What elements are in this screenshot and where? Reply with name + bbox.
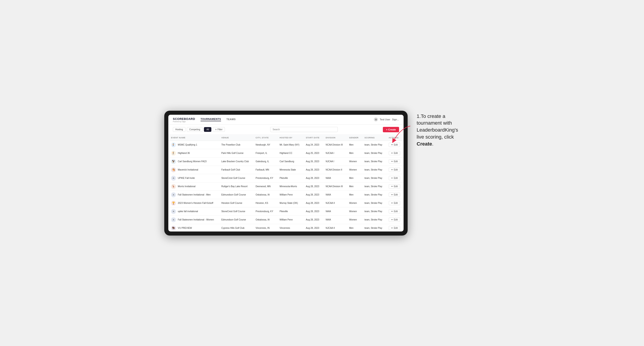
cell-start-date: Aug 28, 2023 xyxy=(303,190,323,199)
edit-label: Edit xyxy=(394,193,398,196)
cell-actions: ✏ Edit xyxy=(386,207,404,215)
tab-tournaments[interactable]: TOURNAMENTS xyxy=(200,118,221,121)
header-left: SCOREBOARD Powered by Clippr TOURNAMENTS… xyxy=(173,117,236,122)
cell-gender: Men xyxy=(346,141,362,149)
cell-actions: ✏ Edit xyxy=(386,166,404,174)
event-icon: 🏆 xyxy=(171,201,176,206)
annotation-area: 1.To create a tournament with Leaderboar… xyxy=(417,111,480,148)
cell-venue: Lake Bracken Country Club xyxy=(218,157,253,166)
cell-division: NJCAA I xyxy=(323,157,346,166)
cell-venue: Ruttger's Bay Lake Resort xyxy=(218,182,253,190)
tournaments-table-wrapper[interactable]: EVENT NAME VENUE CITY, STATE HOSTED BY S… xyxy=(168,135,404,231)
cell-gender: Women xyxy=(346,157,362,166)
edit-button[interactable]: ✏ Edit xyxy=(389,201,400,205)
edit-button[interactable]: ✏ Edit xyxy=(389,217,400,222)
cell-gender: Men xyxy=(346,182,362,190)
cell-event-name: ⚔ Fall Statesmen Invitational - Men xyxy=(168,190,218,199)
edit-button[interactable]: ✏ Edit xyxy=(389,209,400,213)
cell-actions: ✏ Edit xyxy=(386,224,404,231)
cell-event-name: ⚔ UPIKE Fall Invite xyxy=(168,174,218,182)
edit-icon: ✏ xyxy=(391,227,393,229)
cell-city-state: Prestonsburg, KY xyxy=(253,207,277,215)
event-icon: 🐴 xyxy=(171,167,176,172)
edit-button[interactable]: ✏ Edit xyxy=(389,184,400,188)
cell-start-date: Aug 28, 2023 xyxy=(303,182,323,190)
event-icon: ⚔ xyxy=(171,176,176,181)
page-wrapper: SCOREBOARD Powered by Clippr TOURNAMENTS… xyxy=(164,111,480,236)
event-name-text: Fall Statesmen Invitational - Women xyxy=(178,218,214,221)
col-scoring: SCORING xyxy=(362,135,386,141)
cell-scoring: team, Stroke Play xyxy=(362,199,386,207)
cell-start-date: Aug 28, 2023 xyxy=(303,174,323,182)
header-right: ⚙ Test User Sign... xyxy=(374,117,399,122)
cell-scoring: team, Stroke Play xyxy=(362,182,386,190)
tab-teams[interactable]: TEAMS xyxy=(226,118,236,121)
sign-label[interactable]: Sign... xyxy=(392,118,399,121)
cell-hosted-by: Vincennes xyxy=(277,224,303,231)
cell-city-state: Hesston, KS xyxy=(253,199,277,207)
logo-sub: Powered by Clippr xyxy=(173,121,195,122)
cell-start-date: Aug 24, 2023 xyxy=(303,141,323,149)
filter-icon-button[interactable]: ≡ Filter xyxy=(213,127,225,132)
edit-label: Edit xyxy=(394,177,398,179)
cell-event-name: ⚔ Fall Statesmen Invitational - Women xyxy=(168,215,218,224)
cell-city-state: Oskaloosa, IA xyxy=(253,190,277,199)
cell-start-date: Aug 28, 2023 xyxy=(303,215,323,224)
table-row: 🦌 Morris Invitational Ruttger's Bay Lake… xyxy=(168,182,404,190)
cell-scoring: team, Stroke Play xyxy=(362,190,386,199)
cell-scoring: team, Stroke Play xyxy=(362,174,386,182)
cell-start-date: Aug 28, 2023 xyxy=(303,166,323,174)
cell-hosted-by: Minnesota-Morris xyxy=(277,182,303,190)
event-icon: 🦬 xyxy=(171,226,176,231)
tournaments-table: EVENT NAME VENUE CITY, STATE HOSTED BY S… xyxy=(168,135,404,231)
search-bar-wrapper xyxy=(270,127,338,132)
cell-venue: The Powelton Club xyxy=(218,141,253,149)
filter-competing[interactable]: Competing xyxy=(187,127,202,132)
cell-division: NAIA xyxy=(323,190,346,199)
cell-venue: Edmundson Golf Course xyxy=(218,215,253,224)
table-row: ⚔ Fall Statesmen Invitational - Men Edmu… xyxy=(168,190,404,199)
event-name-text: 2023 Women's Hesston Fall Kickoff xyxy=(178,202,213,204)
edit-icon: ✏ xyxy=(391,185,393,188)
edit-button[interactable]: ✏ Edit xyxy=(389,168,400,172)
col-start-date: START DATE xyxy=(303,135,323,141)
event-icon: 🦅 xyxy=(171,159,176,164)
settings-icon[interactable]: ⚙ xyxy=(374,117,378,122)
table-header: EVENT NAME VENUE CITY, STATE HOSTED BY S… xyxy=(168,135,404,141)
cell-event-name: 🏆 2023 Women's Hesston Fall Kickoff xyxy=(168,199,218,207)
edit-button[interactable]: ✏ Edit xyxy=(389,226,400,230)
cell-actions: ✏ Edit xyxy=(386,215,404,224)
cell-venue: StoneCrest Golf Course xyxy=(218,174,253,182)
event-name-text: VU PREVIEW xyxy=(178,227,192,229)
cell-event-name: 🐴 Maverick Invitational xyxy=(168,166,218,174)
filter-hosting[interactable]: Hosting xyxy=(173,127,186,132)
cell-venue: Faribault Golf Club xyxy=(218,166,253,174)
tablet-device: SCOREBOARD Powered by Clippr TOURNAMENTS… xyxy=(164,111,408,236)
cell-city-state: Faribault, MN xyxy=(253,166,277,174)
cell-venue: Cypress Hills Golf Club xyxy=(218,224,253,231)
cell-venue: Park Hills Golf Course xyxy=(218,149,253,157)
col-city-state: CITY, STATE xyxy=(253,135,277,141)
event-name-text: MSMC Qualifying 1 xyxy=(178,144,197,146)
cell-event-name: 🦌 Morris Invitational xyxy=(168,182,218,190)
edit-button[interactable]: ✏ Edit xyxy=(389,151,400,155)
cell-event-name: 🦬 VU PREVIEW xyxy=(168,224,218,231)
cell-gender: Women xyxy=(346,215,362,224)
table-row: 🦬 VU PREVIEW Cypress Hills Golf Club Vin… xyxy=(168,224,404,231)
search-input[interactable] xyxy=(270,127,338,132)
cell-hosted-by: William Penn xyxy=(277,215,303,224)
edit-button[interactable]: ✏ Edit xyxy=(389,159,400,164)
cell-division: NJCAA I xyxy=(323,149,346,157)
edit-icon: ✏ xyxy=(391,160,393,163)
edit-button[interactable]: ✏ Edit xyxy=(389,176,400,180)
edit-label: Edit xyxy=(394,202,398,204)
filter-all[interactable]: All xyxy=(204,127,211,132)
event-icon: ⚔ xyxy=(171,209,176,214)
cell-actions: ✏ Edit xyxy=(386,199,404,207)
annotation-create-bold: Create xyxy=(417,141,432,147)
edit-button[interactable]: ✏ Edit xyxy=(389,192,400,197)
event-name-text: Maverick Invitational xyxy=(178,169,198,171)
cell-hosted-by: Pikeville xyxy=(277,174,303,182)
cell-start-date: Aug 28, 2023 xyxy=(303,207,323,215)
cell-city-state: Prestonsburg, KY xyxy=(253,174,277,182)
